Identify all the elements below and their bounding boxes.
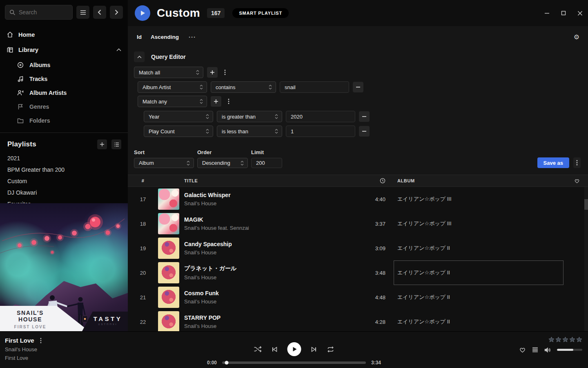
sort-select[interactable]: Album [134, 158, 194, 168]
queue-button[interactable] [532, 347, 538, 352]
settings-gear-icon[interactable]: ⚙ [574, 33, 579, 41]
nested-match-type-select[interactable]: Match any [138, 96, 207, 107]
playlist-item[interactable]: 2021 [0, 153, 128, 164]
forward-button[interactable] [110, 6, 123, 19]
sidebar-item-album-artists[interactable]: Album Artists [0, 86, 128, 100]
minimize-button[interactable] [544, 11, 550, 16]
search-box[interactable] [5, 5, 73, 20]
track-album[interactable]: エイリアン☆ポップ II [388, 310, 566, 331]
previous-button[interactable] [272, 346, 278, 352]
now-playing-album[interactable]: First Love [5, 355, 42, 361]
now-playing-title[interactable]: First Love [5, 337, 34, 344]
next-button[interactable] [311, 346, 317, 352]
repeat-button[interactable] [327, 346, 334, 352]
rule-value-input[interactable] [286, 126, 355, 137]
limit-input[interactable] [251, 158, 282, 168]
rule-field-select[interactable]: Album Artist [138, 81, 207, 93]
track-album[interactable]: エイリアン☆ポップ III [388, 211, 566, 236]
sidebar-item-albums[interactable]: Albums [0, 58, 128, 72]
rule-field-select[interactable]: Year [144, 111, 213, 122]
order-select[interactable]: Descending [197, 158, 248, 168]
rule-operator-select[interactable]: is less than [217, 126, 282, 137]
remove-rule-button[interactable] [359, 111, 370, 122]
star-icon[interactable] [569, 337, 575, 343]
column-duration[interactable] [357, 178, 388, 184]
now-playing-more-icon[interactable] [40, 338, 42, 343]
track-album[interactable]: エイリアン☆ポップ III [388, 187, 566, 211]
table-row[interactable]: 19 Candy Spaceship Snail’s House 3:09 エイ… [128, 236, 588, 260]
sidebar-item-library[interactable]: Library [0, 42, 128, 57]
playlist-content: Id Ascending ··· ⚙ Query Editor Match al… [128, 26, 588, 331]
back-button[interactable] [93, 6, 106, 19]
track-album[interactable]: エイリアン☆ポップ II [388, 285, 566, 310]
select-stepper-icon [206, 129, 209, 134]
table-row[interactable]: 20 プラネット・ガール Snail’s House 3:48 エイリアン☆ポッ… [128, 260, 588, 285]
search-input[interactable] [19, 9, 64, 16]
album-art-title: FIRST LOVE [5, 325, 56, 329]
now-playing-artist[interactable]: Snail's House [5, 346, 42, 352]
sidebar-item-tracks[interactable]: Tracks [0, 72, 128, 86]
column-album[interactable]: ALBUM [388, 178, 566, 183]
column-index[interactable]: # [128, 178, 158, 183]
play-playlist-button[interactable] [135, 5, 150, 21]
remove-rule-button[interactable] [359, 126, 370, 137]
star-icon[interactable] [555, 337, 561, 343]
rule-operator-select[interactable]: contains [211, 81, 276, 93]
playlist-item[interactable]: BPM Greater than 200 [0, 164, 128, 175]
total-time: 3:34 [371, 360, 385, 366]
star-icon[interactable] [562, 337, 568, 343]
table-row[interactable]: 18 MAGIK Snail’s House feat. Sennzai 3:3… [128, 211, 588, 236]
column-favorite[interactable] [566, 178, 588, 184]
track-duration: 3:09 [357, 245, 388, 251]
star-icon[interactable] [576, 337, 582, 343]
add-playlist-button[interactable] [97, 139, 107, 149]
save-more-icon[interactable] [573, 157, 581, 168]
scrollbar-thumb[interactable] [584, 199, 588, 210]
sort-direction-button[interactable]: Ascending [151, 34, 179, 40]
sidebar-item-home[interactable]: Home [0, 27, 128, 42]
rule-field-select[interactable]: Play Count [144, 126, 213, 137]
track-album-focused-cell[interactable]: エイリアン☆ポップ II [388, 260, 566, 285]
table-row[interactable]: 17 Galactic Whisper Snail’s House 4:40 エ… [128, 187, 588, 211]
select-stepper-icon [241, 161, 244, 166]
volume-slider[interactable] [557, 349, 582, 351]
playlist-list: 2021 BPM Greater than 200 Custom DJ Okaw… [0, 152, 128, 203]
shuffle-button[interactable] [254, 346, 262, 352]
volume-icon[interactable] [544, 347, 551, 353]
table-row[interactable]: 22 STARRY POP Snail’s House 4:28 エイリアン☆ポ… [128, 310, 588, 331]
table-body: 17 Galactic Whisper Snail’s House 4:40 エ… [128, 187, 588, 331]
query-editor-collapse-button[interactable] [134, 52, 145, 62]
maximize-button[interactable] [561, 11, 566, 16]
track-album[interactable]: エイリアン☆ポップ II [388, 236, 566, 260]
sort-field-button[interactable]: Id [137, 34, 142, 40]
match-type-select[interactable]: Match all [134, 67, 203, 78]
rule-value-input[interactable] [280, 81, 349, 93]
chevron-up-icon[interactable] [116, 48, 121, 52]
group-more-icon[interactable] [221, 67, 229, 78]
playlist-list-button[interactable] [111, 139, 121, 149]
sidebar-item-label: Folders [29, 117, 50, 124]
seek-handle[interactable] [225, 361, 228, 365]
menu-button[interactable] [76, 6, 89, 19]
seek-slider[interactable] [222, 361, 366, 364]
sidebar-item-folders[interactable]: Folders [0, 114, 128, 128]
rule-operator-select[interactable]: is greater than [217, 111, 282, 122]
playlist-item[interactable]: DJ Okawari [0, 187, 128, 198]
column-title[interactable]: TITLE [184, 178, 357, 183]
rule-value-input[interactable] [286, 111, 355, 122]
remove-rule-button[interactable] [353, 82, 363, 92]
sidebar-item-genres[interactable]: Genres [0, 100, 128, 114]
more-options-button[interactable]: ··· [189, 34, 196, 40]
favorite-button[interactable] [519, 347, 526, 353]
playlist-item[interactable]: Favorites [0, 198, 128, 203]
table-row[interactable]: 21 Cosmo Funk Snail’s House 4:48 エイリアン☆ポ… [128, 285, 588, 310]
playlist-item[interactable]: Custom [0, 175, 128, 187]
nested-group-more-icon[interactable] [225, 96, 232, 107]
close-button[interactable] [577, 11, 583, 16]
play-pause-button[interactable] [287, 342, 301, 356]
add-rule-button[interactable] [207, 67, 218, 78]
now-playing-album-art[interactable]: SNAIL'S HOUSE FIRST LOVE TASTY ΞSTΠΠXI [0, 203, 128, 331]
star-icon[interactable] [548, 337, 555, 343]
add-nested-rule-button[interactable] [211, 96, 221, 107]
save-as-button[interactable]: Save as [537, 157, 569, 168]
